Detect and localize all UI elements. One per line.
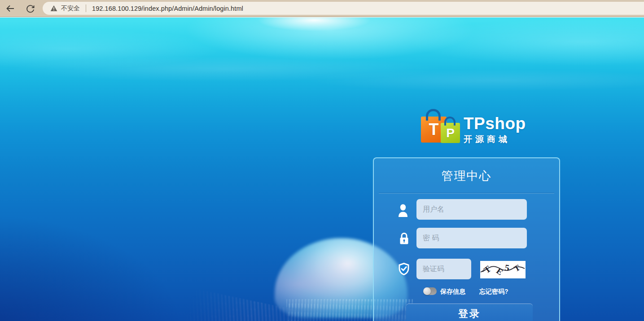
- password-input[interactable]: [416, 228, 527, 248]
- login-panel: 管理中心: [373, 157, 560, 321]
- save-info-toggle[interactable]: [424, 287, 437, 295]
- logo-brand-text: TPshop: [464, 115, 526, 132]
- toggle-knob: [423, 287, 431, 295]
- logo-green-bag: P: [441, 123, 460, 143]
- tpshop-logo: T P TPshop 开源商城: [417, 108, 521, 148]
- lock-icon: [399, 232, 409, 245]
- url-bar[interactable]: 不安全 192.168.100.129/index.php/Admin/Admi…: [43, 2, 644, 15]
- bag-handle-icon: [444, 117, 456, 126]
- panel-title: 管理中心: [374, 168, 559, 184]
- security-warning-label: 不安全: [61, 4, 80, 13]
- captcha-image[interactable]: TE5T: [480, 261, 526, 278]
- forgot-password-link[interactable]: 忘记密码?: [479, 288, 508, 296]
- panel-divider: [379, 193, 554, 194]
- url-text: 192.168.100.129/index.php/Admin/Admin/lo…: [92, 5, 243, 12]
- refresh-icon: [26, 4, 35, 13]
- save-info-label: 保存信息: [440, 288, 465, 296]
- logo-tagline-text: 开源商城: [464, 134, 526, 145]
- browser-toolbar: 不安全 192.168.100.129/index.php/Admin/Admi…: [0, 0, 644, 17]
- captcha-input[interactable]: [416, 259, 471, 279]
- shield-check-icon: [398, 262, 410, 276]
- url-separator: [86, 4, 86, 12]
- ocean-background: T P TPshop 开源商城 管理中心: [0, 17, 644, 321]
- user-icon: [398, 204, 408, 218]
- login-button[interactable]: 登录: [406, 304, 533, 321]
- username-input[interactable]: [416, 199, 527, 220]
- back-button[interactable]: [3, 1, 18, 16]
- bag-handle-icon: [426, 109, 441, 121]
- logo-letter-t: T: [429, 120, 439, 139]
- logo-letter-p: P: [446, 126, 455, 140]
- back-arrow-icon: [5, 4, 15, 13]
- refresh-button[interactable]: [22, 1, 38, 16]
- warning-triangle-icon: [50, 5, 57, 12]
